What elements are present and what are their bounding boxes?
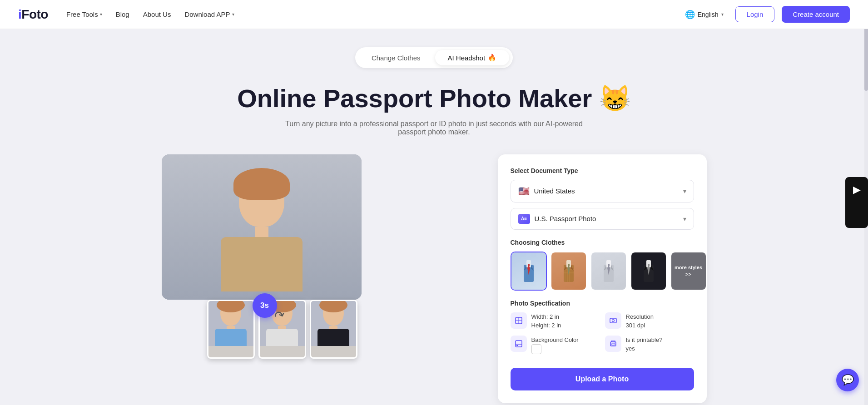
chat-support-button[interactable]: 💬	[836, 369, 859, 391]
svg-point-33	[612, 319, 614, 321]
svg-rect-38	[611, 344, 615, 345]
photo-panel: 3s ↷	[162, 154, 480, 354]
printable-icon	[605, 336, 621, 352]
clothes-more-button[interactable]: more styles >>	[670, 252, 707, 291]
passport-value: U.S. Passport Photo	[535, 215, 596, 222]
passport-type-dropdown[interactable]: A≡ U.S. Passport Photo ▾	[511, 208, 694, 230]
svg-rect-32	[610, 318, 616, 323]
navbar: iFoto Free Tools ▾ Blog About Us Downloa…	[0, 0, 868, 29]
spec-section: Photo Spectfication Width: 2 in	[511, 300, 694, 357]
logo[interactable]: iFoto	[18, 7, 48, 22]
page-title: Online Passport Photo Maker 😸	[237, 84, 631, 113]
strip-figure-1	[215, 301, 247, 346]
suit-black-icon	[640, 258, 657, 284]
strip-figure-3	[317, 301, 349, 346]
doc-type-label: Select Document Type	[511, 167, 694, 174]
options-panel: Select Document Type 🇺🇸 United States ▾ …	[498, 154, 707, 403]
svg-rect-26	[648, 264, 650, 266]
clothes-option-4[interactable]	[630, 252, 667, 291]
resolution-icon	[605, 312, 621, 329]
hero-section: Online Passport Photo Maker 😸 Turn any p…	[237, 84, 631, 136]
spec-resolution: Resolution 301 dpi	[605, 312, 694, 330]
dimensions-icon	[511, 312, 527, 329]
more-styles-label: more styles >>	[671, 264, 706, 277]
suit-brown-icon	[560, 258, 577, 284]
tab-ai-headshot[interactable]: AI Headshot 🔥	[435, 50, 510, 65]
bg-color-icon	[511, 336, 527, 352]
main-photo	[162, 154, 362, 300]
svg-rect-20	[608, 264, 610, 266]
suit-blue-icon	[520, 258, 537, 284]
lang-chevron-icon: ▾	[721, 12, 724, 17]
photo-strip-3	[310, 300, 357, 359]
play-store-icon: ▶	[853, 184, 861, 196]
tab-bar: Change Clothes AI Headshot 🔥	[355, 47, 513, 68]
app-sidebar: ▶	[845, 177, 868, 228]
photo-bg	[162, 154, 362, 300]
clothes-option-3[interactable]	[590, 252, 627, 291]
upload-photo-button[interactable]: Upload a Photo	[511, 368, 694, 390]
clothes-label: Choosing Clothes	[511, 239, 694, 246]
passport-icon: A≡	[518, 214, 530, 224]
spec-bg-color: Background Color	[511, 336, 600, 357]
svg-rect-34	[516, 341, 522, 347]
spec-label: Photo Spectfication	[511, 300, 694, 307]
clothes-grid: more styles >>	[511, 252, 694, 291]
strip-face-container-1	[208, 301, 253, 346]
country-chevron-icon: ▾	[683, 188, 686, 195]
svg-rect-3	[528, 264, 530, 266]
clothes-section: Choosing Clothes	[511, 239, 694, 291]
free-tools-chevron-icon: ▾	[100, 12, 102, 17]
tab-change-clothes[interactable]: Change Clothes	[359, 50, 433, 65]
photo-strip-1	[207, 300, 255, 359]
nav-free-tools[interactable]: Free Tools ▾	[66, 10, 102, 18]
strip-face-container-3	[311, 301, 356, 346]
language-selector[interactable]: 🌐 English ▾	[680, 7, 728, 22]
nav-download[interactable]: Download APP ▾	[184, 10, 234, 18]
nav-right: 🌐 English ▾ Login Create account	[680, 6, 850, 23]
clothes-option-1[interactable]	[511, 252, 547, 291]
download-chevron-icon: ▾	[232, 12, 234, 17]
spec-grid: Width: 2 in Height: 2 in	[511, 312, 694, 357]
svg-point-39	[615, 342, 615, 343]
main-content: Change Clothes AI Headshot 🔥 Online Pass…	[0, 29, 868, 405]
spec-dimensions: Width: 2 in Height: 2 in	[511, 312, 600, 330]
panel-row: 3s ↷	[162, 154, 707, 403]
login-button[interactable]: Login	[735, 6, 775, 22]
hero-subtitle: Turn any picture into a professional pas…	[275, 120, 593, 136]
spec-printable: Is it printable? yes	[605, 336, 694, 357]
suit-grey-icon	[600, 258, 617, 284]
bg-color-swatch[interactable]	[531, 344, 541, 354]
google-play-button[interactable]: ▶	[845, 177, 868, 202]
country-dropdown[interactable]: 🇺🇸 United States ▾	[511, 180, 694, 202]
nav-links: Free Tools ▾ Blog About Us Download APP …	[66, 10, 680, 18]
country-value: United States	[534, 187, 575, 195]
apple-store-button[interactable]	[845, 202, 868, 228]
country-flag: 🇺🇸	[518, 186, 530, 197]
subject-figure	[221, 173, 303, 291]
nav-about[interactable]: About Us	[143, 10, 171, 18]
globe-icon: 🌐	[685, 10, 695, 20]
chat-icon: 💬	[842, 374, 854, 386]
nav-blog[interactable]: Blog	[116, 10, 129, 18]
svg-rect-36	[516, 345, 518, 346]
create-account-button[interactable]: Create account	[782, 6, 850, 23]
svg-rect-14	[568, 264, 570, 266]
clothes-option-2[interactable]	[551, 252, 587, 291]
photo-backdrop	[162, 154, 362, 300]
passport-chevron-icon: ▾	[683, 215, 686, 222]
